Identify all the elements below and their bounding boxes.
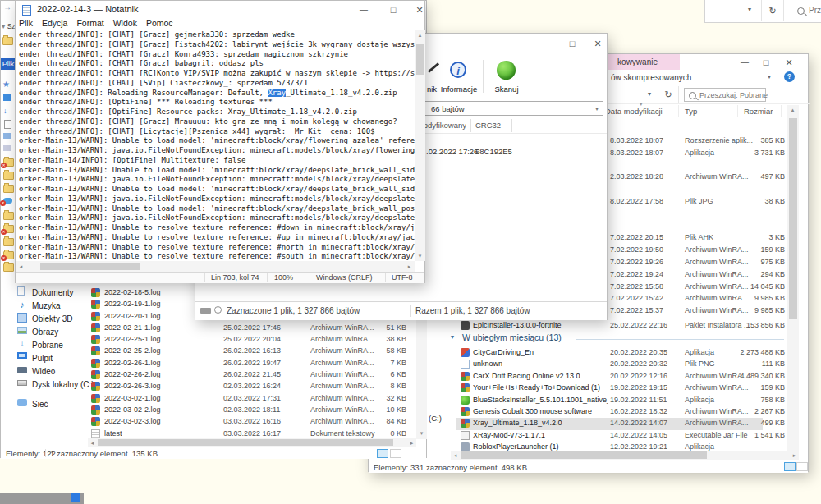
scan-button[interactable]: Skanuj — [488, 57, 525, 96]
menu-item[interactable]: Format — [76, 18, 103, 30]
refresh-button[interactable]: ↻ — [658, 86, 679, 103]
file-row[interactable]: 2022-03-02-2.log 02.03.2022 18:11 Archiw… — [88, 405, 418, 416]
folder-tree-icon[interactable] — [3, 263, 14, 272]
close-button[interactable]: ✕ — [410, 3, 429, 16]
file-row[interactable]: 2022-02-26-1.log 26.02.2022 19:47 Archiw… — [88, 358, 418, 369]
nav-pane-drive-fragment[interactable]: (C:) — [429, 414, 442, 423]
scroll-right-icon[interactable]: ▸ — [790, 451, 799, 460]
sidebar-item[interactable]: Dysk lokalny (C:) — [1, 378, 86, 392]
archive-file-modified[interactable]: .02.2022 17:26 — [426, 147, 478, 156]
folder-tree-icon[interactable] — [3, 172, 14, 180]
scroll-right-icon[interactable]: ▸ — [405, 263, 414, 271]
column-header-size[interactable]: Rozmiar — [744, 107, 773, 116]
close-button[interactable]: ✕ — [588, 37, 608, 50]
folder-sync-error-icon[interactable] — [3, 251, 14, 259]
file-size: 294 KB — [730, 270, 785, 278]
folder-tree-icon[interactable] — [3, 185, 14, 193]
pictures-tree-icon[interactable] — [3, 145, 11, 151]
column-header-crc32[interactable]: CRC32 — [475, 121, 501, 130]
chevron-down-icon[interactable]: ▾ — [748, 6, 751, 13]
file-row[interactable]: 2022-03-02-1.log 02.03.2022 17:31 Archiw… — [88, 393, 418, 405]
scroll-up-icon[interactable]: ▴ — [415, 31, 424, 39]
horizontal-scrollbar[interactable]: ◂ ▸ — [88, 438, 416, 447]
sidebar-item-label: Muzyka — [32, 301, 60, 310]
sidebar-item[interactable]: Wideo — [1, 365, 86, 378]
search-input[interactable]: Przes — [809, 6, 821, 15]
sidebar-item[interactable]: Pobrane — [1, 339, 86, 352]
column-header-type[interactable]: Typ — [685, 107, 697, 116]
ribbon-tab-fragment[interactable]: ów skompresowanych — [611, 73, 691, 82]
search-box[interactable]: Przeszukaj: Pobrane — [684, 88, 766, 102]
minimize-button[interactable]: — — [532, 37, 552, 50]
selection-summary: Zaznaczone 1 plik, 1 327 866 bajtów — [227, 306, 360, 315]
thumbnails-view-button[interactable] — [796, 462, 808, 471]
text-area[interactable]: ender thread/INFO]: [CHAT] [Gracz] gejme… — [19, 30, 415, 262]
folder-tree-icon[interactable] — [3, 212, 14, 220]
minimize-button[interactable]: — — [354, 3, 374, 16]
refresh-button[interactable]: ↻ — [761, 0, 784, 21]
downloads-tree-icon[interactable]: ↓ — [3, 107, 7, 115]
file-row[interactable]: unknown 20.02.2022 20:32 Plik PNG 111 KB — [369, 359, 787, 370]
document-tree-icon[interactable] — [4, 120, 11, 129]
scroll-down-icon[interactable]: ▾ — [415, 252, 424, 260]
file-row[interactable]: 2022-02-21-1.log 25.02.2022 17:46 Archiw… — [88, 323, 418, 334]
help-icon[interactable]: ? — [784, 71, 795, 82]
minimize-button[interactable]: — — [735, 56, 754, 69]
file-row[interactable]: BlueStacksInstaller_5.5.101.1001_native_… — [369, 395, 787, 406]
ribbon-collapse-icon[interactable]: ▾ — [768, 73, 771, 80]
vertical-scrollbar[interactable]: ▴ — [787, 105, 799, 451]
horizontal-scrollbar[interactable]: ◂ ▸ — [451, 451, 799, 460]
desktop-tree-icon[interactable] — [3, 133, 11, 139]
file-row[interactable]: XRay-Mod-v73-1.17.1 14.02.2022 14:05 Exe… — [369, 430, 787, 442]
menu-item[interactable]: Pomoc — [146, 18, 173, 30]
menu-item[interactable]: Edycja — [42, 18, 68, 30]
group-header[interactable]: ▾ W ubiegłym miesiącu (13) — [451, 332, 787, 346]
column-header-date[interactable]: Data modyfikacji — [605, 107, 663, 116]
folder-sync-error-icon[interactable] — [3, 225, 14, 233]
maximize-button[interactable]: □ — [383, 3, 403, 16]
file-row[interactable]: CarX.Drift.Racing.Online.v2.13.0 20.02.2… — [369, 371, 787, 383]
sidebar-item[interactable]: Obiekty 3D — [1, 313, 86, 326]
folder-tree-icon[interactable] — [3, 238, 14, 246]
info-button[interactable]: i Informacje — [438, 57, 479, 96]
sidebar-item[interactable]: Pulpit — [1, 352, 86, 365]
sidebar-item[interactable]: Muzyka — [1, 300, 86, 313]
file-row[interactable]: 2022-02-25-2.log 26.02.2022 16:13 Archiw… — [88, 346, 418, 357]
nav-forward-icon[interactable]: → — [3, 2, 11, 11]
file-row[interactable]: 2022-02-26-3.log 02.03.2022 16:24 Archiw… — [88, 381, 418, 392]
close-button[interactable]: ✕ — [779, 56, 799, 69]
file-row[interactable]: CityCarDriving_En 20.02.2022 20:35 Aplik… — [369, 347, 787, 359]
scroll-up-icon[interactable]: ▴ — [788, 106, 797, 114]
file-row[interactable]: 2022-03-02-3.log 03.03.2022 16:16 Archiw… — [88, 416, 418, 428]
quick-access-star-icon[interactable]: ★ — [2, 80, 10, 89]
file-row[interactable]: 2022-02-26-2.log 26.02.2022 21:45 Archiw… — [88, 369, 418, 381]
thumbnails-view-button[interactable] — [390, 449, 401, 458]
details-view-button[interactable] — [377, 449, 388, 458]
scroll-left-icon[interactable]: ◂ — [16, 263, 25, 271]
file-row[interactable]: Your+File+Is+Ready+To+Download (1) 19.02… — [369, 383, 787, 394]
sidebar-item[interactable]: Obrazy — [1, 326, 86, 339]
details-view-button[interactable] — [784, 462, 796, 471]
sidebar-item[interactable]: Dokumenty — [1, 286, 86, 300]
vertical-scrollbar[interactable]: ▴ ▾ — [415, 30, 425, 261]
taskbar-app-button[interactable] — [71, 493, 80, 502]
scroll-left-icon[interactable]: ◂ — [451, 451, 460, 460]
file-date: 25.02.2022 20:04 — [223, 335, 281, 343]
file-row[interactable]: RobloxPlayerLauncher (1) 12.02.2022 19:2… — [369, 442, 787, 451]
file-row[interactable]: 2022-02-25-1.log 25.02.2022 20:04 Archiw… — [88, 334, 418, 346]
menu-item[interactable]: Plik — [19, 18, 33, 30]
maximize-button[interactable]: □ — [562, 37, 582, 50]
maximize-button[interactable]: □ — [756, 56, 776, 69]
scroll-down-icon[interactable]: ▾ — [417, 429, 426, 438]
sidebar-item[interactable]: Sieć — [1, 398, 86, 411]
cloud-sync-error-icon[interactable] — [3, 198, 12, 204]
file-row[interactable]: EpicInstaller-13.0.0-fortnite 25.02.2022… — [369, 320, 787, 332]
folder-sync-error-icon[interactable] — [3, 158, 14, 167]
file-menu-tab[interactable]: Plik — [1, 58, 16, 70]
menu-item[interactable]: Widok — [113, 18, 137, 30]
file-date: 7.02.2022 15:37 — [610, 306, 663, 314]
address-dropdown-icon[interactable]: ▾ — [648, 90, 651, 98]
horizontal-scrollbar[interactable]: ◂ ▸ — [16, 261, 415, 272]
archive-file-crc[interactable]: 68C192E5 — [475, 147, 512, 156]
onedrive-icon[interactable] — [3, 94, 11, 101]
